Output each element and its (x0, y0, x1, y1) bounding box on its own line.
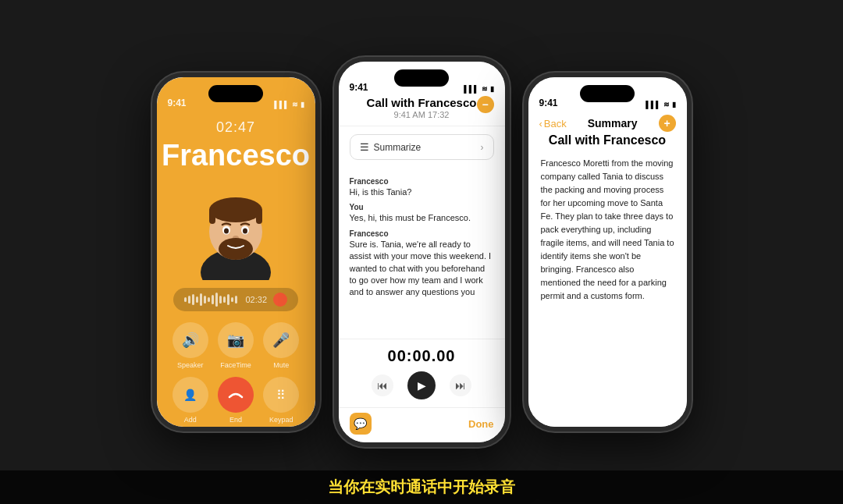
subtitle-text: 当你在实时通话中开始录音 (328, 478, 515, 495)
keypad-icon: ⠿ (263, 377, 299, 413)
chevron-left-icon: ‹ (539, 118, 542, 130)
summarize-left: ☰ Summarize (360, 141, 422, 153)
add-button[interactable]: + (659, 115, 676, 132)
battery-icon-3: ▮ (672, 101, 676, 108)
speaker-icon: 🔊 (173, 322, 208, 358)
mic-icon: 🎤 (263, 322, 299, 358)
audio-wave: 02:32 (173, 288, 298, 311)
phone3-summary: 9:41 ▌▌▌ ≋ ▮ ‹ Back Summary + Call with … (524, 73, 692, 431)
summarize-label: Summarize (374, 142, 422, 153)
phone3-status-icons: ▌▌▌ ≋ ▮ (646, 101, 675, 108)
subtitle-bar: 当你在实时通话中开始录音 (0, 470, 843, 504)
add-person-icon: 👤 (173, 377, 208, 413)
svg-rect-3 (209, 208, 215, 224)
svg-point-7 (224, 229, 229, 234)
audio-timestamp: 00:00.00 (339, 347, 505, 365)
transcript-title: Call with Francesco (351, 96, 493, 109)
svg-rect-4 (256, 208, 262, 224)
chat-icon: 💬 (354, 417, 367, 430)
caller-name: Francesco (162, 139, 310, 172)
transcript-messages: Francesco Hi, is this Tania? You Yes, hi… (339, 168, 505, 339)
end-call-icon (218, 377, 254, 413)
summary-call-title: Call with Francesco (541, 133, 674, 147)
speaker-button[interactable]: 🔊 Speaker (173, 322, 208, 369)
signal-icon-3: ▌▌▌ (646, 101, 660, 108)
phone1-status-icons: ▌▌▌ ≋ ▮ (274, 101, 304, 108)
message-2: You Yes, hi, this must be Francesco. (350, 203, 494, 224)
svg-point-2 (209, 197, 262, 222)
keypad-button[interactable]: ⠿ Keypad (263, 377, 299, 424)
skip-back-icon: ⏮ (377, 379, 388, 392)
battery-icon: ▮ (301, 101, 304, 108)
play-button[interactable]: ▶ (407, 371, 436, 399)
done-button[interactable]: Done (468, 418, 494, 430)
msg-text-3: Sure is. Tania, we're all ready to assis… (350, 239, 494, 301)
phone2-status-icons: ▌▌▌ ≋ ▮ (464, 85, 493, 93)
add-call-button[interactable]: 👤 Add (173, 377, 208, 424)
sender-3: Francesco (350, 229, 494, 238)
svg-point-8 (243, 229, 247, 234)
phone2-bottom-bar: 💬 Done (339, 407, 505, 442)
chevron-right-icon: › (481, 142, 484, 153)
transcript-datetime: 9:41 AM 17:32 (351, 110, 493, 119)
phone2-time: 9:41 (350, 82, 368, 93)
phone2-transcript: 9:41 ▌▌▌ ≋ ▮ − Call with Francesco 9:41 … (334, 57, 510, 447)
audio-player: 00:00.00 ⏮ ▶ ⏭ (339, 339, 505, 407)
skip-forward-icon: ⏭ (455, 379, 466, 392)
play-icon: ▶ (418, 379, 426, 392)
camera-icon: 📷 (218, 322, 254, 358)
wave-duration: 02:32 (245, 295, 267, 304)
msg-text-1: Hi, is this Tania? (350, 186, 494, 198)
signal-icon-2: ▌▌▌ (464, 85, 478, 93)
dynamic-island-2 (394, 69, 449, 87)
dynamic-island-3 (580, 85, 635, 102)
phone3-time: 9:41 (539, 98, 558, 108)
call-timer: 02:47 (216, 119, 255, 136)
summarize-icon: ☰ (360, 141, 369, 153)
wifi-icon-2: ≋ (482, 85, 488, 93)
wifi-icon: ≋ (292, 101, 298, 108)
avatar (189, 179, 283, 280)
call-buttons: 🔊 Speaker 📷 FaceTime 🎤 Mute (157, 322, 315, 424)
dynamic-island (208, 85, 263, 102)
phones-container: 9:41 ▌▌▌ ≋ ▮ 02:47 Francesco (137, 0, 707, 504)
mute-button[interactable]: 🎤 Mute (263, 322, 299, 369)
chat-button[interactable]: 💬 (350, 413, 372, 435)
summary-text: Francesco Moretti from the moving compan… (541, 157, 674, 303)
phone1-active-call: 9:41 ▌▌▌ ≋ ▮ 02:47 Francesco (152, 73, 320, 431)
skip-back-button[interactable]: ⏮ (372, 374, 393, 396)
summarize-button[interactable]: ☰ Summarize › (350, 134, 494, 160)
summary-nav-title: Summary (588, 117, 638, 130)
battery-icon-2: ▮ (490, 85, 494, 93)
back-button[interactable]: ‹ Back (539, 118, 567, 130)
sender-2: You (350, 203, 494, 211)
end-call-button[interactable]: End (218, 377, 254, 424)
msg-text-2: Yes, hi, this must be Francesco. (350, 212, 494, 224)
back-label: Back (544, 118, 567, 130)
sender-1: Francesco (350, 177, 494, 186)
phone1-content: 02:47 Francesco (157, 77, 315, 427)
wifi-icon-3: ≋ (663, 101, 670, 108)
record-button[interactable] (273, 293, 287, 307)
message-1: Francesco Hi, is this Tania? (350, 177, 494, 198)
phone1-time: 9:41 (168, 98, 187, 108)
call-btn-row-1: 🔊 Speaker 📷 FaceTime 🎤 Mute (168, 322, 304, 369)
facetime-button[interactable]: 📷 FaceTime (218, 322, 254, 369)
minimize-button[interactable]: − (477, 96, 494, 113)
skip-forward-button[interactable]: ⏭ (450, 374, 471, 396)
signal-icon: ▌▌▌ (274, 101, 289, 108)
message-3: Francesco Sure is. Tania, we're all read… (350, 229, 494, 301)
call-btn-row-2: 👤 Add End ⠿ Keypad (168, 377, 304, 424)
audio-controls: ⏮ ▶ ⏭ (339, 371, 505, 399)
summary-nav: ‹ Back Summary + (528, 112, 687, 135)
